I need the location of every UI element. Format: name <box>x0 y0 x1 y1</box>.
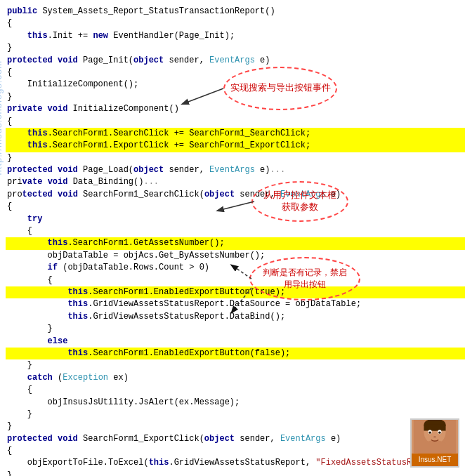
code-line-5: protected void Page_Init(object sender, … <box>6 55 465 67</box>
code-line-28: else <box>6 336 465 348</box>
avatar-box: Insus.NET <box>410 418 459 468</box>
svg-point-12 <box>438 432 440 434</box>
code-line-26: this.GridViewAssetsStatusReport.DataBind… <box>6 311 465 323</box>
code-line-4: } <box>6 42 465 54</box>
code-line-12: this.SearchForm1.ExportClick += SearchFo… <box>6 140 465 152</box>
code-line-14: protected void Page_Load(object sender, … <box>6 164 465 176</box>
code-line-19: { <box>6 225 465 237</box>
code-line-38: { <box>6 445 465 457</box>
code-line-18: try <box>6 213 465 225</box>
svg-point-11 <box>428 432 431 434</box>
code-line-22: if (objDataTable.Rows.Count > 0) <box>6 262 465 274</box>
code-line-1: public System_Assets_Report_StatusTransa… <box>6 6 465 18</box>
code-line-13: } <box>6 152 465 164</box>
code-container: http://insus.cnblogs.com public System_A… <box>0 0 465 476</box>
code-line-24: this.SearchForm1.EnabledExportButton(tru… <box>6 286 465 298</box>
code-line-31: catch (Exception ex) <box>6 372 465 384</box>
code-line-3: this.Init += new EventHandler(Page_Init)… <box>6 30 465 42</box>
code-line-34: } <box>6 409 465 421</box>
code-line-25: this.GridViewAssetsStatusReport.DataSour… <box>6 298 465 310</box>
svg-rect-8 <box>424 425 445 431</box>
code-line-30: } <box>6 359 465 371</box>
code-line-35: } <box>6 421 465 432</box>
code-line-17: { <box>6 201 465 213</box>
code-line-10: { <box>6 116 465 128</box>
code-line-40: } <box>6 470 465 476</box>
code-line-23: { <box>6 275 465 286</box>
code-line-20: this.SearchForm1.GetAssetsNumber(); <box>6 237 465 249</box>
code-line-29: this.SearchForm1.EnabledExportButton(fal… <box>6 348 465 359</box>
annotation-check-records: 判断是否有记录，禁启用导出按钮 <box>249 257 360 300</box>
code-line-2: { <box>6 18 465 29</box>
annotation-search-export: 实现搜索与导出按钮事件 <box>223 67 337 110</box>
watermark-left: http://insus.cnblogs.com <box>0 60 5 175</box>
code-line-9: private void InitializeComponent() <box>6 103 465 115</box>
code-line-27: } <box>6 323 465 335</box>
annotation-get-params: 从用户控件文本框获取参数 <box>251 181 348 222</box>
code-line-32: { <box>6 384 465 396</box>
svg-point-13 <box>433 436 435 438</box>
code-line-15: private void Data_Binding()... <box>6 176 465 188</box>
code-line-39: objExportToFile.ToExcel(this.GridViewAss… <box>6 457 465 469</box>
code-line-33: objInsusJsUtility.JsAlert(ex.Message); <box>6 397 465 409</box>
code-line-21: objDataTable = objAcs.Get_ByAssetsNumber… <box>6 250 465 262</box>
code-line-16: protected void SearchForm1_SearchClick(o… <box>6 189 465 201</box>
avatar-image <box>410 420 459 454</box>
code-line-37: protected void SearchForm1_ExportClick(o… <box>6 433 465 445</box>
avatar-label: Insus.NET <box>412 454 458 467</box>
code-line-11: this.SearchForm1.SearchClick += SearchFo… <box>6 128 465 140</box>
